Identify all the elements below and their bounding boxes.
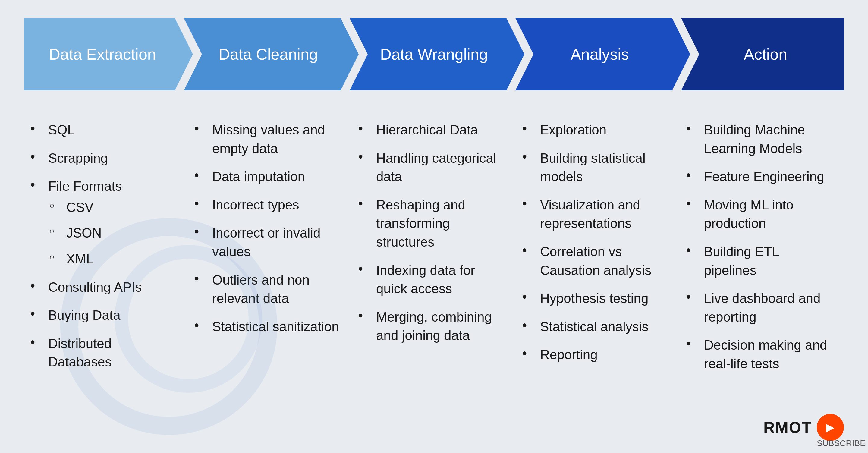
list-item: Outliers and non relevant data (194, 271, 340, 308)
list-item: Hierarchical Data (358, 121, 504, 139)
list-item: Distributed Databases (30, 334, 176, 371)
list-item: Incorrect types (194, 195, 340, 214)
list-item: Building statistical models (522, 149, 668, 186)
list-item: Missing values and empty data (194, 121, 340, 158)
arrow-banner: Data Extraction Data Cleaning Data Wrang… (24, 18, 844, 90)
list-item: Incorrect or invalid values (194, 224, 340, 261)
arrow-data-wrangling: Data Wrangling (350, 18, 524, 90)
list-item: Indexing data for quick access (358, 261, 504, 298)
list-item: Reporting (522, 345, 668, 364)
arrow-data-cleaning: Data Cleaning (184, 18, 359, 90)
list-item: SQL (30, 121, 176, 139)
content-row: SQL Scrapping File Formats CSV JSON XML … (24, 115, 844, 435)
list-item: Correlation vs Causation analysis (522, 242, 668, 279)
arrow-label-cleaning: Data Cleaning (218, 45, 318, 63)
list-item: CSV (48, 198, 176, 217)
column-analysis: Exploration Building statistical models … (516, 121, 680, 435)
watermark-text: RMOT (764, 418, 812, 436)
watermark: RMOT SUBSCRIBE (764, 414, 844, 441)
analysis-list: Exploration Building statistical models … (522, 121, 668, 364)
list-item: Building Machine Learning Models (686, 121, 832, 158)
action-list: Building Machine Learning Models Feature… (686, 121, 832, 373)
list-item: Moving ML into production (686, 195, 832, 233)
sub-list-formats: CSV JSON XML (48, 198, 176, 268)
extraction-list: SQL Scrapping File Formats CSV JSON XML … (30, 121, 176, 371)
column-extraction: SQL Scrapping File Formats CSV JSON XML … (24, 121, 188, 435)
list-item: Hypothesis testing (522, 289, 668, 308)
list-item: Decision making and real-life tests (686, 336, 832, 373)
list-item: Feature Engineering (686, 167, 832, 186)
list-item: JSON (48, 224, 176, 242)
arrow-label-analysis: Analysis (570, 45, 629, 63)
cleaning-list: Missing values and empty data Data imput… (194, 121, 340, 336)
list-item: Statistical analysis (522, 318, 668, 336)
list-item: Live dashboard and reporting (686, 289, 832, 326)
page: Data Extraction Data Cleaning Data Wrang… (0, 0, 868, 453)
list-item: Exploration (522, 121, 668, 139)
list-item: Data imputation (194, 167, 340, 186)
subscribe-icon (817, 414, 844, 441)
list-item: Statistical sanitization (194, 318, 340, 336)
list-item: XML (48, 249, 176, 268)
column-wrangling: Hierarchical Data Handling categorical d… (352, 121, 516, 435)
list-item: Building ETL pipelines (686, 242, 832, 279)
arrow-action: Action (681, 18, 844, 90)
list-item: Buying Data (30, 306, 176, 325)
wrangling-list: Hierarchical Data Handling categorical d… (358, 121, 504, 345)
column-action: Building Machine Learning Models Feature… (680, 121, 844, 435)
list-item: Scrapping (30, 149, 176, 168)
list-item: File Formats CSV JSON XML (30, 177, 176, 268)
list-item: Merging, combining and joining data (358, 308, 504, 345)
list-item: Reshaping and transforming structures (358, 195, 504, 251)
list-item: Visualization and representations (522, 195, 668, 233)
arrow-label-action: Action (744, 45, 787, 63)
subscribe-label: SUBSCRIBE (817, 439, 844, 448)
column-cleaning: Missing values and empty data Data imput… (188, 121, 352, 435)
list-item: Consulting APIs (30, 278, 176, 297)
arrow-data-extraction: Data Extraction (24, 18, 193, 90)
arrow-analysis: Analysis (516, 18, 690, 90)
arrow-label-extraction: Data Extraction (49, 45, 156, 63)
list-item: Handling categorical data (358, 149, 504, 186)
arrow-label-wrangling: Data Wrangling (380, 45, 488, 63)
